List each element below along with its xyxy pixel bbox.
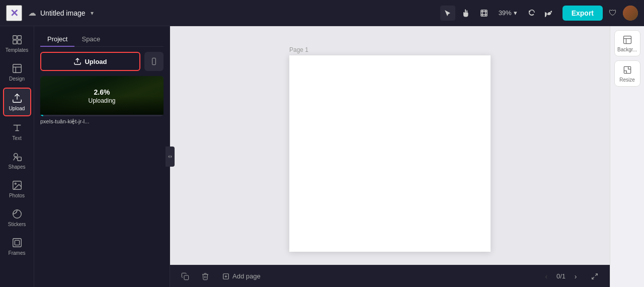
text-icon <box>12 122 23 133</box>
templates-label: Templates <box>6 47 29 53</box>
thumbnail-image: 2.6% Uploading <box>40 76 164 116</box>
undo-redo-group <box>524 6 556 21</box>
zoom-chevron-icon: ▾ <box>514 9 517 17</box>
add-page-label: Add page <box>232 272 261 280</box>
resize-label: Resize <box>619 77 635 83</box>
upload-btn-icon <box>73 57 82 65</box>
svg-rect-1 <box>13 36 16 39</box>
svg-rect-17 <box>152 58 156 64</box>
duplicate-icon <box>181 272 189 280</box>
stickers-icon <box>12 208 23 220</box>
panel-tabs: Project Space <box>40 32 164 47</box>
sidebar-item-text[interactable]: Text <box>3 118 31 145</box>
sidebar-item-frames[interactable]: Frames <box>3 233 31 260</box>
upload-label: Upload <box>9 106 25 111</box>
svg-rect-5 <box>13 64 21 73</box>
header-tools: 39% ▾ <box>440 6 556 21</box>
tab-space[interactable]: Space <box>74 32 107 47</box>
svg-rect-4 <box>17 40 21 44</box>
upload-button[interactable]: Upload <box>40 52 140 71</box>
mobile-upload-button[interactable] <box>144 52 164 71</box>
logo-button[interactable]: ✕ <box>6 5 22 21</box>
upload-status: Uploading <box>88 97 115 104</box>
mobile-icon <box>150 57 158 65</box>
photos-label: Photos <box>9 193 25 198</box>
svg-rect-19 <box>184 275 189 280</box>
svg-rect-14 <box>13 239 21 247</box>
bottom-bar: Add page ‹ 0/1 › <box>170 265 610 287</box>
tab-project[interactable]: Project <box>40 32 74 47</box>
canvas-area: Page 1 Add page <box>170 26 610 287</box>
svg-rect-2 <box>17 36 21 39</box>
cloud-icon: ☁ <box>28 8 36 18</box>
svg-rect-25 <box>623 36 631 43</box>
templates-icon <box>12 34 23 45</box>
background-button[interactable]: Backgr... <box>614 30 640 56</box>
delete-page-button[interactable] <box>198 269 212 283</box>
svg-rect-10 <box>17 157 21 161</box>
upload-panel: Project Space Upload <box>34 26 170 287</box>
shapes-label: Shapes <box>9 164 26 170</box>
add-page-icon <box>222 273 229 280</box>
resize-button[interactable]: Resize <box>614 60 640 87</box>
sidebar-icons: Templates Design Upload Text <box>0 26 34 287</box>
upload-icon <box>12 93 23 104</box>
export-button[interactable]: Export <box>562 6 603 21</box>
avatar[interactable] <box>623 6 638 21</box>
upload-button-label: Upload <box>85 58 107 65</box>
trash-icon <box>201 272 209 280</box>
upload-percent: 2.6% <box>94 88 110 96</box>
file-name: pxels-tuân-kiệt-jr-l... <box>40 118 164 125</box>
header: ✕ ☁ Untitled image ▾ 39% ▾ Export 🛡 <box>0 0 644 26</box>
sidebar-item-upload[interactable]: Upload <box>3 88 31 116</box>
sidebar-item-stickers[interactable]: Stickers <box>3 204 31 231</box>
canvas-scroll[interactable]: Page 1 <box>170 26 610 265</box>
design-label: Design <box>9 76 25 82</box>
svg-line-24 <box>592 277 594 279</box>
hand-tool-button[interactable] <box>458 6 473 21</box>
frames-label: Frames <box>9 250 26 256</box>
duplicate-page-button[interactable] <box>178 269 192 283</box>
svg-point-12 <box>15 183 16 184</box>
next-page-button[interactable]: › <box>570 270 582 282</box>
svg-rect-0 <box>481 10 487 16</box>
collapse-handle[interactable] <box>166 147 175 167</box>
zoom-level: 39% <box>499 9 512 17</box>
select-tool-button[interactable] <box>440 6 455 21</box>
right-sidebar: Backgr... Resize <box>610 26 644 287</box>
collapse-icon <box>168 154 173 159</box>
design-icon <box>12 63 23 74</box>
add-page-button[interactable]: Add page <box>218 270 265 282</box>
uploading-file: 2.6% Uploading pxels-tuân-kiệt-jr-l... <box>40 76 164 125</box>
doc-title: Untitled image <box>40 9 86 17</box>
svg-rect-3 <box>13 40 16 44</box>
frame-tool-button[interactable] <box>476 6 492 21</box>
resize-icon <box>622 65 632 75</box>
logo-icon: ✕ <box>10 7 19 19</box>
sidebar-item-shapes[interactable]: Shapes <box>3 147 31 174</box>
redo-button[interactable] <box>541 6 556 21</box>
canvas-page[interactable] <box>289 55 491 252</box>
text-label: Text <box>12 135 21 141</box>
stickers-label: Stickers <box>8 222 26 227</box>
title-area: ☁ Untitled image ▾ <box>28 8 434 18</box>
title-chevron-icon[interactable]: ▾ <box>91 10 94 17</box>
upload-controls: Upload <box>40 52 164 71</box>
zoom-control[interactable]: 39% ▾ <box>495 7 521 19</box>
page-indicator: 0/1 <box>556 272 566 280</box>
prev-page-button[interactable]: ‹ <box>540 270 552 282</box>
expand-view-button[interactable] <box>588 269 602 283</box>
page-nav: ‹ 0/1 › <box>540 270 582 282</box>
shield-icon: 🛡 <box>609 9 617 18</box>
svg-rect-26 <box>624 66 630 73</box>
sidebar-item-design[interactable]: Design <box>3 59 31 86</box>
photos-icon <box>12 180 23 191</box>
frames-icon <box>12 237 23 248</box>
sidebar-item-templates[interactable]: Templates <box>3 30 31 57</box>
sidebar-item-photos[interactable]: Photos <box>3 176 31 202</box>
undo-button[interactable] <box>524 6 539 21</box>
page-container: Page 1 <box>289 46 491 252</box>
progress-bar-container <box>40 115 164 116</box>
upload-overlay: 2.6% Uploading <box>40 76 164 116</box>
progress-bar-fill <box>40 115 43 116</box>
